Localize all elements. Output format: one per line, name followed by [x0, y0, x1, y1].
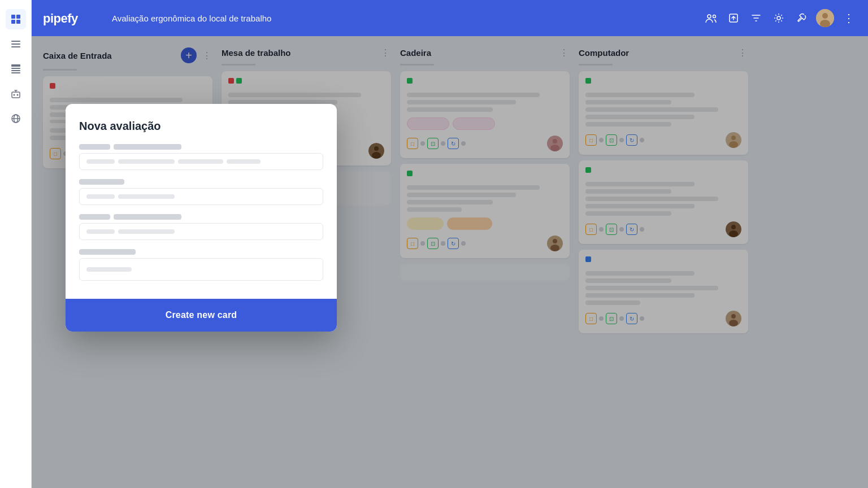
form-section-2	[79, 179, 323, 205]
svg-point-13	[16, 94, 18, 96]
svg-rect-2	[11, 20, 15, 24]
board-wrapper: Caixa de Entrada + ⋮	[32, 36, 868, 488]
svg-point-21	[777, 16, 780, 20]
form-input-4[interactable]	[79, 258, 323, 281]
form-section-4	[79, 249, 323, 281]
svg-rect-0	[11, 15, 15, 19]
sidebar-icon-list[interactable]	[6, 34, 26, 54]
svg-rect-4	[11, 41, 20, 42]
user-avatar[interactable]	[816, 9, 834, 27]
svg-rect-10	[11, 72, 20, 73]
sidebar-icon-grid[interactable]	[6, 9, 26, 29]
wrench-icon[interactable]	[793, 10, 809, 26]
sidebar-icon-bot[interactable]	[6, 84, 26, 104]
svg-rect-8	[11, 68, 20, 69]
svg-point-19	[713, 15, 716, 18]
modal-overlay: Nova avaliação	[32, 36, 868, 488]
modal-footer: Create new card	[66, 299, 337, 332]
sidebar-icon-globe[interactable]	[6, 108, 26, 129]
form-label-4	[79, 249, 323, 255]
sidebar-icon-table[interactable]	[6, 59, 26, 79]
page-title: Avaliação ergonômica do local de trabalh…	[112, 14, 694, 23]
form-label-3	[79, 214, 323, 220]
share-users-icon[interactable]	[703, 10, 719, 26]
filter-icon[interactable]	[748, 10, 764, 26]
create-new-card-button[interactable]: Create new card	[66, 299, 337, 332]
header: pipefy Avaliação ergonômica do local de …	[32, 0, 868, 36]
logo: pipefy	[43, 10, 94, 26]
svg-text:pipefy: pipefy	[43, 11, 79, 25]
svg-point-12	[13, 94, 15, 96]
svg-rect-1	[16, 15, 20, 19]
form-section-1	[79, 144, 323, 170]
modal-body: Nova avaliação	[66, 104, 337, 299]
svg-rect-7	[11, 64, 20, 67]
main-content: pipefy Avaliação ergonômica do local de …	[32, 0, 868, 488]
header-actions: ⋮	[703, 9, 857, 27]
modal-title: Nova avaliação	[79, 120, 323, 133]
svg-point-18	[708, 15, 711, 18]
form-section-3	[79, 214, 323, 240]
sidebar	[0, 0, 32, 488]
svg-rect-5	[11, 43, 20, 45]
overflow-menu-icon[interactable]: ⋮	[841, 10, 857, 26]
settings-icon[interactable]	[771, 10, 787, 26]
form-label-1	[79, 144, 323, 150]
form-input-1[interactable]	[79, 153, 323, 170]
create-card-modal: Nova avaliação	[66, 104, 337, 332]
form-input-3[interactable]	[79, 223, 323, 240]
form-label-2	[79, 179, 323, 185]
svg-rect-3	[16, 20, 20, 24]
svg-point-23	[822, 13, 828, 19]
form-input-2[interactable]	[79, 188, 323, 205]
svg-rect-6	[11, 46, 20, 47]
svg-rect-9	[11, 70, 20, 71]
svg-rect-11	[12, 92, 20, 98]
export-icon[interactable]	[726, 10, 741, 26]
